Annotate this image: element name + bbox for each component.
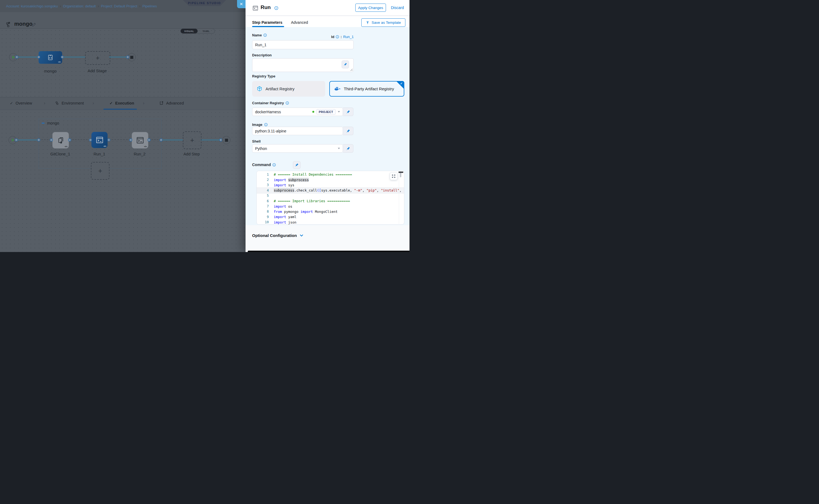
name-input[interactable]: Run_1	[252, 40, 354, 49]
info-icon[interactable]	[274, 6, 278, 10]
description-pin-button[interactable]	[341, 60, 349, 68]
code-line[interactable]: 8from pymongo import MongoClient	[257, 209, 404, 214]
code-line[interactable]: 4subprocess.check_call([sys.executable, …	[257, 188, 404, 193]
command-code-editor[interactable]: 1# ====== Install Dependencies ========2…	[256, 171, 404, 225]
discard-button[interactable]: Discard	[391, 5, 404, 10]
breadcrumb-item[interactable]: Organization: default	[63, 4, 96, 8]
chevron-down-icon[interactable]	[338, 148, 340, 149]
step-node-gitclone-1[interactable]: </>	[52, 132, 69, 149]
port	[15, 138, 18, 141]
add-stage-label[interactable]: Add Stage	[88, 68, 107, 73]
description-textarea[interactable]	[252, 58, 354, 72]
chevron-down-icon[interactable]	[338, 111, 340, 112]
line-number: 6	[257, 199, 271, 203]
info-icon[interactable]	[263, 33, 267, 37]
code-text: subprocess.check_call([sys.executable, "…	[274, 188, 401, 192]
artifact-registry-icon	[256, 86, 262, 92]
add-step-button[interactable]: +	[183, 131, 201, 149]
tab-step-advanced[interactable]: Advanced	[291, 20, 308, 25]
code-line[interactable]: 9import yaml	[257, 214, 404, 219]
image-input[interactable]: python:3.11-alpine	[252, 127, 343, 135]
code-badge: </>	[58, 61, 61, 63]
advanced-icon	[159, 101, 164, 105]
breadcrumb-item[interactable]: Project: Default Project	[101, 4, 137, 8]
stage-node-mongo[interactable]: </>	[39, 51, 62, 64]
stop-icon	[130, 56, 133, 59]
step-label[interactable]: Run_2	[134, 152, 146, 156]
code-badge: </>	[103, 145, 106, 147]
info-icon[interactable]	[272, 163, 276, 167]
tab-advanced[interactable]: Advanced	[159, 97, 184, 109]
tab-overview[interactable]: ✓ Overview	[10, 97, 32, 109]
code-line[interactable]: 6# ====== Import Libraries ===========	[257, 198, 404, 204]
play-icon	[12, 138, 15, 142]
code-line[interactable]: 7import os	[257, 204, 404, 209]
shell-select[interactable]: Python	[252, 144, 343, 153]
registry-option-label: Third-Party Artifact Registry	[344, 86, 394, 91]
save-as-template-button[interactable]: Save as Template	[361, 18, 405, 27]
line-number: 5	[257, 194, 271, 198]
add-step-label[interactable]: Add Step	[183, 152, 200, 156]
pin-icon	[295, 163, 299, 167]
code-line[interactable]: 1# ====== Install Dependencies ========	[257, 172, 404, 177]
tab-environment[interactable]: Environment	[55, 97, 84, 109]
shell-value: Python	[255, 146, 267, 151]
plus-icon: +	[190, 136, 194, 144]
breadcrumb-separator: ›	[139, 4, 141, 8]
code-line[interactable]: 10import json	[257, 220, 404, 225]
toggle-yaml[interactable]: YAML	[198, 29, 215, 33]
port	[107, 138, 110, 141]
breadcrumb-item[interactable]: Pipelines	[142, 4, 157, 8]
line-number: 1	[257, 173, 271, 176]
chevron-right-icon: ›	[143, 100, 144, 106]
breadcrumb-item[interactable]: Account: kurosakiichigo.songoku	[6, 4, 58, 8]
container-registry-select[interactable]: dockerHarness PROJECT	[252, 108, 343, 116]
connector	[16, 140, 39, 140]
port	[50, 138, 53, 141]
step-label[interactable]: Run_1	[94, 152, 105, 156]
toggle-visual[interactable]: VISUAL	[181, 29, 198, 33]
bottom-scrollbar[interactable]	[248, 251, 410, 252]
add-parallel-step-button[interactable]: +	[91, 162, 109, 180]
check-icon: ✓	[109, 101, 113, 105]
step-node-run-1[interactable]: </>	[91, 132, 108, 148]
optional-configuration-toggle[interactable]: Optional Configuration	[252, 233, 303, 238]
info-icon[interactable]	[264, 123, 268, 126]
step-group-header[interactable]: mongo	[42, 121, 59, 125]
registry-option-third-party[interactable]: Third-Party Artifact Registry ✓	[329, 81, 404, 97]
info-icon[interactable]	[285, 101, 289, 105]
tab-label: Advanced	[166, 101, 184, 105]
label-text: Name	[252, 33, 262, 37]
resize-handle[interactable]	[350, 68, 352, 71]
chevron-right-icon: ›	[92, 100, 94, 106]
stage-label[interactable]: mongo	[44, 69, 57, 73]
code-line[interactable]: 5	[257, 193, 404, 198]
close-drawer-button[interactable]: ✕	[237, 0, 245, 8]
tab-step-parameters[interactable]: Step Parameters	[252, 20, 282, 25]
optional-configuration-label: Optional Configuration	[252, 233, 297, 238]
step-node-run-2[interactable]: </>	[132, 132, 148, 149]
tab-execution[interactable]: ✓ Execution	[109, 97, 134, 109]
edit-pipeline-icon[interactable]	[32, 22, 36, 27]
panel-footer	[245, 225, 410, 252]
container-registry-pin-button[interactable]	[343, 108, 353, 116]
port	[126, 56, 129, 59]
save-template-icon	[366, 21, 369, 25]
add-stage-button[interactable]: +	[85, 51, 110, 65]
code-line[interactable]: 3import sys	[257, 183, 404, 188]
collapse-icon[interactable]	[42, 123, 45, 124]
code-line[interactable]: 2import subprocess	[257, 177, 404, 182]
shell-pin-button[interactable]	[343, 144, 353, 153]
pipeline-icon	[6, 22, 12, 28]
info-icon[interactable]	[335, 35, 339, 39]
apply-changes-button[interactable]: Apply Changes	[355, 4, 386, 12]
registry-option-artifact[interactable]: Artifact Registry	[252, 81, 325, 97]
image-pin-button[interactable]	[343, 127, 353, 135]
code-text: import sys	[274, 183, 294, 187]
id-value[interactable]: Run_1	[343, 35, 354, 39]
pin-icon	[346, 129, 350, 133]
expand-editor-button[interactable]	[390, 172, 397, 180]
step-label[interactable]: GitClone_1	[50, 152, 70, 156]
command-pin-button[interactable]	[293, 161, 300, 169]
connector	[17, 57, 39, 57]
